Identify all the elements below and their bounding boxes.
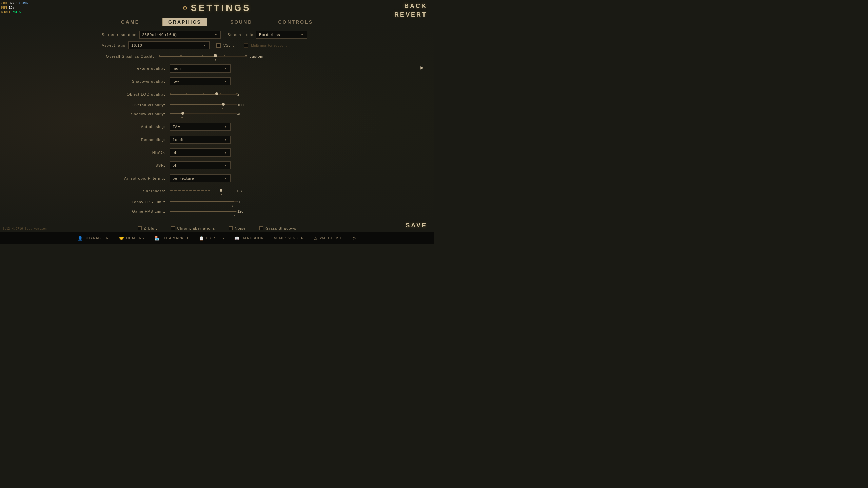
nav-presets[interactable]: 📋 PRESETS: [199, 236, 224, 241]
shadow-vis-value: 40: [237, 112, 249, 116]
object-lod-row: Object LOD quality: 2: [102, 89, 332, 99]
texture-quality-label: Texture quality:: [102, 66, 170, 70]
overall-vis-slider[interactable]: [170, 102, 237, 108]
game-fps-slider[interactable]: [170, 209, 237, 214]
resampling-dropdown[interactable]: 1x off ▼: [170, 136, 231, 144]
sharpness-slider[interactable]: ▼: [170, 188, 237, 194]
vis-handle[interactable]: [222, 103, 225, 106]
cpu-stat: CPU: [1, 2, 7, 5]
version-text: 0.12.4.6716 Beta version: [3, 227, 47, 230]
watchlist-icon: ⚠: [314, 236, 318, 241]
nav-flea-market[interactable]: 🏪 FLEA MARKET: [155, 236, 189, 241]
tab-graphics[interactable]: GRAPHICS: [162, 18, 207, 26]
screen-mode-pair: Screen mode Borderless ▼: [228, 30, 307, 39]
performance-stats: CPU 39% 1350MHz MEM 16% D3011 60FPS: [1, 1, 28, 14]
texture-quality-dropdown[interactable]: high ▼: [170, 64, 231, 73]
resolution-dropdown[interactable]: 868x488 (16:9) ▼: [139, 30, 221, 39]
tab-game[interactable]: GAME: [118, 18, 142, 26]
messenger-icon: ✉: [274, 236, 278, 241]
bottom-bar: 👤 CHARACTER 🤝 DEALERS 🏪 FLEA MARKET 📋 PR…: [0, 232, 434, 244]
sharpness-handle[interactable]: [220, 189, 222, 192]
antialiasing-dropdown[interactable]: TAA ▼: [170, 123, 231, 131]
shadow-vis-handle[interactable]: [181, 112, 184, 115]
dropdown-arrow-icon: ▼: [215, 33, 218, 36]
dealers-icon: 🤝: [119, 236, 124, 241]
settings-content: Screen resolution 868x488 (16:9) ▼ Scr…: [102, 30, 332, 220]
game-fps-label: Game FPS Limit:: [102, 209, 170, 214]
chrom-label: Chrom. aberrations: [177, 226, 215, 230]
dropdown-arrow-icon: ▼: [301, 33, 304, 36]
character-label: CHARACTER: [85, 236, 109, 240]
vis-value: 1000: [237, 103, 249, 107]
shadows-quality-dropdown[interactable]: low ▼: [170, 77, 231, 85]
tab-sound[interactable]: SOUND: [228, 18, 255, 26]
game-fps-value: 120: [237, 209, 249, 214]
overall-vis-label: Overall visibility:: [102, 103, 170, 107]
ssr-row: SSR: off ▼: [102, 161, 332, 170]
revert-button[interactable]: REVERT: [394, 11, 427, 18]
ssr-dropdown[interactable]: off ▼: [170, 161, 231, 169]
aspect-label: Aspect ratio: [102, 43, 125, 47]
object-lod-label: Object LOD quality:: [102, 92, 170, 96]
zblur-checkbox[interactable]: [138, 226, 142, 230]
dropdown-arrow-icon: ▼: [224, 151, 228, 154]
nav-handbook[interactable]: 📖 HANDBOOK: [234, 236, 263, 241]
sharpness-value: 0.7: [237, 189, 249, 193]
overall-quality-label: Overall Graphics Quality:: [102, 54, 156, 58]
presets-icon: 📋: [199, 236, 204, 241]
vsync-label: VSync: [223, 43, 234, 47]
top-right-nav: BACK REVERT: [394, 3, 427, 18]
nav-messenger[interactable]: ✉ MESSENGER: [274, 236, 304, 241]
multimonitor-label: Multi-monitor suppo...: [251, 43, 287, 47]
grass-shadows-checkbox[interactable]: [259, 226, 263, 230]
tab-controls[interactable]: CONTROLS: [275, 18, 316, 26]
handbook-label: HANDBOOK: [241, 236, 263, 240]
flea-market-icon: 🏪: [155, 236, 160, 241]
nav-watchlist[interactable]: ⚠ WATCHLIST: [314, 236, 342, 241]
zblur-label: Z-Blur:: [144, 226, 157, 230]
checkboxes-row: Z-Blur: Chrom. aberrations Noise Grass S…: [138, 226, 296, 230]
settings-nav-icon: ⚙: [352, 236, 356, 241]
quality-handle[interactable]: [214, 54, 217, 57]
nav-dealers[interactable]: 🤝 DEALERS: [119, 236, 144, 241]
antialiasing-label: Antialiasing:: [102, 125, 170, 129]
hbao-dropdown[interactable]: off ▼: [170, 148, 231, 157]
multimonitor-checkbox[interactable]: [244, 43, 248, 48]
anisotropic-row: Anisotropic Filtering: per texture ▼: [102, 174, 332, 183]
vsync-checkbox[interactable]: [216, 43, 221, 48]
chrom-checkbox-item[interactable]: Chrom. aberrations: [171, 226, 215, 230]
grass-shadows-label: Grass Shadows: [265, 226, 296, 230]
shadow-vis-slider[interactable]: [170, 111, 237, 117]
chrom-checkbox[interactable]: [171, 226, 175, 230]
lod-handle[interactable]: [215, 92, 218, 95]
lobby-fps-row: Lobby FPS Limit: 50 ▲: [102, 199, 332, 207]
tabs-container: GAME GRAPHICS SOUND CONTROLS: [118, 18, 316, 26]
object-lod-slider[interactable]: [170, 92, 237, 97]
grass-shadows-checkbox-item[interactable]: Grass Shadows: [259, 226, 296, 230]
nav-character[interactable]: 👤 CHARACTER: [78, 236, 109, 241]
shadows-quality-row: Shadows quality: low ▼: [102, 77, 332, 86]
back-button[interactable]: BACK: [404, 3, 427, 10]
zblur-checkbox-item[interactable]: Z-Blur:: [138, 226, 157, 230]
shadow-vis-row: Shadow visibility: 40 ▼: [102, 111, 332, 119]
dropdown-arrow-icon: ▼: [224, 125, 228, 128]
antialiasing-row: Antialiasing: TAA ▼: [102, 122, 332, 131]
hbao-row: HBAO: off ▼: [102, 148, 332, 157]
lobby-fps-label: Lobby FPS Limit:: [102, 200, 170, 204]
title-area: ⚙ SETTINGS: [183, 3, 251, 13]
anisotropic-dropdown[interactable]: per texture ▼: [170, 174, 231, 182]
dropdown-arrow-icon: ▼: [224, 80, 228, 83]
overall-quality-slider[interactable]: ▼: [159, 54, 247, 59]
dropdown-arrow-icon: ▼: [203, 44, 206, 47]
anisotropic-label: Anisotropic Filtering:: [102, 176, 170, 180]
noise-checkbox-item[interactable]: Noise: [229, 226, 246, 230]
lobby-fps-slider[interactable]: [170, 199, 237, 205]
gear-icon: ⚙: [183, 3, 187, 13]
noise-checkbox[interactable]: [229, 226, 233, 230]
shadow-vis-label: Shadow visibility:: [102, 112, 170, 116]
nav-settings[interactable]: ⚙: [352, 236, 356, 241]
screen-mode-label: Screen mode: [228, 33, 253, 37]
aspect-dropdown[interactable]: 16:10 ▼: [128, 41, 210, 49]
save-button[interactable]: SAVE: [406, 222, 427, 229]
screen-mode-dropdown[interactable]: Borderless ▼: [256, 30, 307, 39]
